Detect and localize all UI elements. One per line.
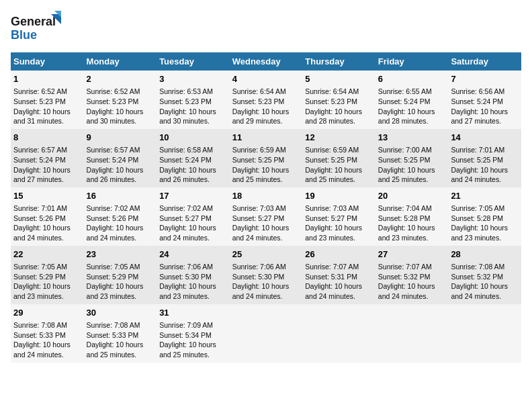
- column-header-wednesday: Wednesday: [230, 52, 303, 71]
- day-number: 24: [159, 248, 227, 261]
- day-info: Sunrise: 7:01 AM Sunset: 5:26 PM Dayligh…: [13, 203, 81, 243]
- calendar-day-9: 9Sunrise: 6:57 AM Sunset: 5:24 PM Daylig…: [84, 129, 157, 187]
- day-info: Sunrise: 6:58 AM Sunset: 5:24 PM Dayligh…: [159, 145, 227, 185]
- calendar-day-30: 30Sunrise: 7:08 AM Sunset: 5:33 PM Dayli…: [84, 304, 157, 363]
- column-header-friday: Friday: [375, 52, 449, 71]
- column-header-sunday: Sunday: [11, 52, 84, 71]
- calendar-day-18: 18Sunrise: 7:03 AM Sunset: 5:27 PM Dayli…: [230, 187, 303, 246]
- calendar-day-21: 21Sunrise: 7:05 AM Sunset: 5:28 PM Dayli…: [448, 187, 521, 246]
- calendar-empty-cell: [302, 304, 375, 363]
- calendar-day-17: 17Sunrise: 7:02 AM Sunset: 5:27 PM Dayli…: [157, 187, 230, 246]
- day-info: Sunrise: 6:55 AM Sunset: 5:24 PM Dayligh…: [378, 87, 446, 126]
- svg-text:Blue: Blue: [11, 28, 37, 42]
- day-info: Sunrise: 6:57 AM Sunset: 5:24 PM Dayligh…: [87, 145, 154, 185]
- day-info: Sunrise: 7:06 AM Sunset: 5:30 PM Dayligh…: [159, 262, 227, 302]
- calendar-day-20: 20Sunrise: 7:04 AM Sunset: 5:28 PM Dayli…: [375, 187, 449, 246]
- day-info: Sunrise: 7:02 AM Sunset: 5:26 PM Dayligh…: [87, 203, 154, 243]
- calendar-day-28: 28Sunrise: 7:08 AM Sunset: 5:32 PM Dayli…: [448, 246, 521, 304]
- day-number: 30: [87, 307, 154, 319]
- day-info: Sunrise: 6:57 AM Sunset: 5:24 PM Dayligh…: [13, 145, 81, 185]
- day-info: Sunrise: 7:03 AM Sunset: 5:27 PM Dayligh…: [232, 203, 300, 243]
- day-number: 17: [159, 190, 227, 202]
- logo-icon: GeneralBlue: [11, 11, 64, 44]
- day-number: 31: [159, 307, 227, 319]
- calendar-day-31: 31Sunrise: 7:09 AM Sunset: 5:34 PM Dayli…: [157, 304, 230, 363]
- day-number: 22: [13, 248, 81, 261]
- day-info: Sunrise: 7:06 AM Sunset: 5:30 PM Dayligh…: [232, 262, 300, 302]
- day-number: 13: [378, 132, 446, 144]
- calendar-day-29: 29Sunrise: 7:08 AM Sunset: 5:33 PM Dayli…: [11, 304, 84, 363]
- calendar-day-19: 19Sunrise: 7:03 AM Sunset: 5:27 PM Dayli…: [302, 187, 375, 246]
- calendar-empty-cell: [375, 304, 449, 363]
- day-info: Sunrise: 6:56 AM Sunset: 5:24 PM Dayligh…: [451, 87, 519, 126]
- day-number: 7: [451, 73, 519, 85]
- calendar-week-row: 15Sunrise: 7:01 AM Sunset: 5:26 PM Dayli…: [11, 187, 521, 246]
- calendar-week-row: 8Sunrise: 6:57 AM Sunset: 5:24 PM Daylig…: [11, 129, 521, 187]
- calendar-day-24: 24Sunrise: 7:06 AM Sunset: 5:30 PM Dayli…: [157, 246, 230, 304]
- calendar-week-row: 1Sunrise: 6:52 AM Sunset: 5:23 PM Daylig…: [11, 71, 521, 129]
- day-info: Sunrise: 6:54 AM Sunset: 5:23 PM Dayligh…: [305, 87, 373, 126]
- column-header-saturday: Saturday: [448, 52, 521, 71]
- day-number: 3: [159, 73, 227, 85]
- day-number: 2: [87, 73, 154, 85]
- calendar-day-6: 6Sunrise: 6:55 AM Sunset: 5:24 PM Daylig…: [375, 71, 449, 129]
- calendar-day-13: 13Sunrise: 7:00 AM Sunset: 5:25 PM Dayli…: [375, 129, 449, 187]
- calendar-day-27: 27Sunrise: 7:07 AM Sunset: 5:32 PM Dayli…: [375, 246, 449, 304]
- day-info: Sunrise: 7:05 AM Sunset: 5:29 PM Dayligh…: [13, 262, 81, 302]
- day-number: 27: [378, 248, 446, 261]
- day-info: Sunrise: 7:07 AM Sunset: 5:32 PM Dayligh…: [378, 262, 446, 302]
- page-header: GeneralBlue: [11, 11, 521, 44]
- calendar-day-10: 10Sunrise: 6:58 AM Sunset: 5:24 PM Dayli…: [157, 129, 230, 187]
- day-number: 1: [13, 73, 81, 85]
- day-info: Sunrise: 6:59 AM Sunset: 5:25 PM Dayligh…: [305, 145, 373, 185]
- column-header-thursday: Thursday: [302, 52, 375, 71]
- day-number: 15: [13, 190, 81, 202]
- calendar-week-row: 29Sunrise: 7:08 AM Sunset: 5:33 PM Dayli…: [11, 304, 521, 363]
- day-info: Sunrise: 7:08 AM Sunset: 5:33 PM Dayligh…: [13, 320, 81, 360]
- day-info: Sunrise: 7:00 AM Sunset: 5:25 PM Dayligh…: [378, 145, 446, 185]
- calendar-empty-cell: [448, 304, 521, 363]
- calendar-day-22: 22Sunrise: 7:05 AM Sunset: 5:29 PM Dayli…: [11, 246, 84, 304]
- calendar-day-11: 11Sunrise: 6:59 AM Sunset: 5:25 PM Dayli…: [230, 129, 303, 187]
- calendar-day-12: 12Sunrise: 6:59 AM Sunset: 5:25 PM Dayli…: [302, 129, 375, 187]
- calendar-day-4: 4Sunrise: 6:54 AM Sunset: 5:23 PM Daylig…: [230, 71, 303, 129]
- day-number: 21: [451, 190, 519, 202]
- day-info: Sunrise: 7:02 AM Sunset: 5:27 PM Dayligh…: [159, 203, 227, 243]
- calendar-table: SundayMondayTuesdayWednesdayThursdayFrid…: [11, 52, 521, 363]
- calendar-day-16: 16Sunrise: 7:02 AM Sunset: 5:26 PM Dayli…: [84, 187, 157, 246]
- day-number: 6: [378, 73, 446, 85]
- day-number: 26: [305, 248, 373, 261]
- calendar-day-15: 15Sunrise: 7:01 AM Sunset: 5:26 PM Dayli…: [11, 187, 84, 246]
- logo: GeneralBlue: [11, 11, 64, 44]
- calendar-week-row: 22Sunrise: 7:05 AM Sunset: 5:29 PM Dayli…: [11, 246, 521, 304]
- calendar-day-14: 14Sunrise: 7:01 AM Sunset: 5:25 PM Dayli…: [448, 129, 521, 187]
- day-info: Sunrise: 7:01 AM Sunset: 5:25 PM Dayligh…: [451, 145, 519, 185]
- column-header-tuesday: Tuesday: [157, 52, 230, 71]
- day-info: Sunrise: 6:54 AM Sunset: 5:23 PM Dayligh…: [232, 87, 300, 126]
- day-info: Sunrise: 7:09 AM Sunset: 5:34 PM Dayligh…: [159, 320, 227, 360]
- day-info: Sunrise: 7:03 AM Sunset: 5:27 PM Dayligh…: [305, 203, 373, 243]
- day-number: 29: [13, 307, 81, 319]
- day-number: 28: [451, 248, 519, 261]
- day-info: Sunrise: 6:52 AM Sunset: 5:23 PM Dayligh…: [87, 87, 154, 126]
- day-number: 20: [378, 190, 446, 202]
- column-header-monday: Monday: [84, 52, 157, 71]
- day-number: 19: [305, 190, 373, 202]
- day-number: 12: [305, 132, 373, 144]
- calendar-day-26: 26Sunrise: 7:07 AM Sunset: 5:31 PM Dayli…: [302, 246, 375, 304]
- calendar-day-3: 3Sunrise: 6:53 AM Sunset: 5:23 PM Daylig…: [157, 71, 230, 129]
- calendar-day-23: 23Sunrise: 7:05 AM Sunset: 5:29 PM Dayli…: [84, 246, 157, 304]
- day-info: Sunrise: 6:52 AM Sunset: 5:23 PM Dayligh…: [13, 87, 81, 126]
- calendar-day-7: 7Sunrise: 6:56 AM Sunset: 5:24 PM Daylig…: [448, 71, 521, 129]
- day-info: Sunrise: 7:04 AM Sunset: 5:28 PM Dayligh…: [378, 203, 446, 243]
- calendar-day-5: 5Sunrise: 6:54 AM Sunset: 5:23 PM Daylig…: [302, 71, 375, 129]
- day-info: Sunrise: 7:05 AM Sunset: 5:28 PM Dayligh…: [451, 203, 519, 243]
- day-info: Sunrise: 7:08 AM Sunset: 5:33 PM Dayligh…: [87, 320, 154, 360]
- day-number: 5: [305, 73, 373, 85]
- calendar-header-row: SundayMondayTuesdayWednesdayThursdayFrid…: [11, 52, 521, 71]
- day-info: Sunrise: 6:53 AM Sunset: 5:23 PM Dayligh…: [159, 87, 227, 126]
- calendar-day-8: 8Sunrise: 6:57 AM Sunset: 5:24 PM Daylig…: [11, 129, 84, 187]
- calendar-day-2: 2Sunrise: 6:52 AM Sunset: 5:23 PM Daylig…: [84, 71, 157, 129]
- day-number: 18: [232, 190, 300, 202]
- day-number: 25: [232, 248, 300, 261]
